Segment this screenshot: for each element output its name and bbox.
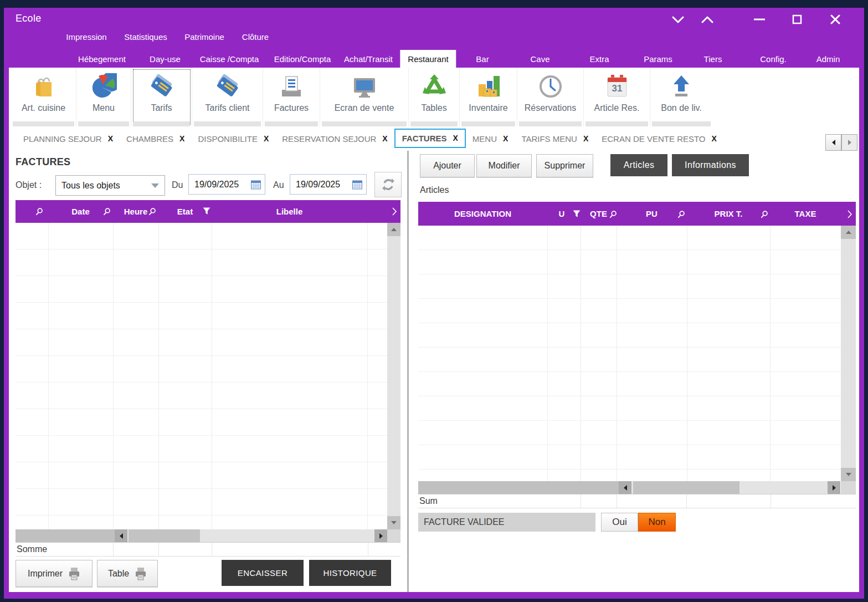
column-header-prix-t[interactable]: PRIX T.: [687, 202, 770, 226]
scroll-up-button[interactable]: [387, 223, 400, 236]
scroll-right-button[interactable]: [374, 529, 387, 542]
toolbar-menu-button[interactable]: Menu: [76, 68, 131, 126]
ribbon-tab-config[interactable]: Config.: [752, 50, 794, 68]
informations-tab-button[interactable]: Informations: [672, 154, 749, 176]
scrollbar-fixed-block[interactable]: [16, 529, 115, 542]
encaisser-button[interactable]: ENCAISSER: [222, 560, 304, 586]
close-button[interactable]: [826, 12, 845, 27]
column-header-designation[interactable]: DESIGNATION: [418, 202, 547, 226]
toolbar-bon-de-liv-button[interactable]: Bon de liv.: [650, 68, 712, 126]
horizontal-scrollbar[interactable]: [418, 481, 856, 494]
toolbar-tarifs-client-button[interactable]: Tarifs client: [192, 68, 263, 126]
doc-tab-ecran-de-vente-resto[interactable]: ECRAN DE VENTE RESTO X: [595, 130, 723, 147]
toolbar-article-res-button[interactable]: 31 Article Res.: [584, 68, 650, 126]
scroll-left-button[interactable]: [619, 481, 631, 494]
ribbon-tab-hebegement[interactable]: Hébegement: [70, 50, 133, 68]
table-button[interactable]: Table: [97, 560, 158, 587]
doc-tab-tarifs-menu[interactable]: TARIFS MENU X: [515, 130, 595, 147]
date-du-input[interactable]: 19/09/2025: [188, 174, 265, 195]
non-button[interactable]: Non: [638, 513, 676, 532]
vertical-scrollbar[interactable]: [387, 223, 400, 529]
scroll-up-button[interactable]: [841, 226, 856, 239]
ribbon-tab-caisse-compta[interactable]: Caisse /Compta: [192, 50, 267, 68]
close-icon[interactable]: X: [712, 134, 717, 143]
doc-tab-reservation-sejour[interactable]: RESERVATION SEJOUR X: [275, 130, 394, 147]
search-icon[interactable]: [148, 207, 157, 218]
menu-cloture[interactable]: Clôture: [242, 32, 269, 42]
calendar-icon[interactable]: [352, 179, 363, 190]
scroll-left-button[interactable]: [115, 529, 127, 542]
articles-grid-header[interactable]: DESIGNATION U QTE PU PRIX T. TAXE: [418, 202, 856, 226]
chevron-up-icon[interactable]: [698, 12, 717, 27]
column-header-pu[interactable]: PU: [617, 202, 687, 226]
doc-tab-factures[interactable]: FACTURES X: [394, 129, 466, 148]
minimize-button[interactable]: [750, 12, 769, 27]
ribbon-tab-edition-compta[interactable]: Edition/Compta: [266, 50, 339, 68]
ribbon-tab-extra[interactable]: Extra: [582, 50, 617, 68]
ajouter-button[interactable]: Ajouter: [420, 154, 475, 177]
objet-select[interactable]: Tous les objets: [55, 175, 165, 196]
ribbon-tab-restaurant[interactable]: Restaurant: [400, 50, 456, 68]
search-icon[interactable]: [103, 207, 111, 218]
toolbar-reservations-button[interactable]: Réservations: [517, 68, 584, 126]
close-icon[interactable]: X: [179, 134, 184, 143]
toolbar-art-cuisine-button[interactable]: Art. cuisine: [11, 68, 76, 126]
ribbon-tab-params[interactable]: Params: [636, 50, 680, 68]
column-header-libelle[interactable]: Libelle: [212, 200, 367, 223]
imprimer-button[interactable]: Imprimer: [16, 560, 93, 587]
articles-tab-button[interactable]: Articles: [610, 154, 667, 176]
menu-statistiques[interactable]: Statistiques: [124, 32, 167, 42]
search-icon[interactable]: [35, 207, 44, 218]
close-icon[interactable]: X: [264, 134, 269, 143]
scroll-down-button[interactable]: [387, 516, 400, 529]
toolbar-tarifs-button[interactable]: Tarifs: [131, 68, 192, 126]
factures-grid-header[interactable]: Date Heure Etat Libelle: [16, 200, 400, 223]
filter-icon[interactable]: [203, 207, 210, 217]
tab-scroll-left-button[interactable]: [825, 134, 841, 151]
factures-grid-body[interactable]: [16, 223, 387, 529]
toolbar-ecran-de-vente-button[interactable]: Ecran de vente: [320, 68, 409, 126]
horizontal-scrollbar[interactable]: [16, 529, 400, 542]
close-icon[interactable]: X: [382, 134, 387, 143]
ribbon-tab-bar[interactable]: Bar: [468, 50, 496, 68]
close-icon[interactable]: X: [108, 134, 113, 143]
search-icon[interactable]: [677, 210, 686, 221]
ribbon-tab-cave[interactable]: Cave: [522, 50, 557, 68]
historique-button[interactable]: HISTORIQUE: [309, 560, 391, 586]
menu-patrimoine[interactable]: Patrimoine: [184, 32, 224, 42]
tab-scroll-right-button[interactable]: [841, 134, 857, 151]
column-header-u[interactable]: U: [547, 202, 576, 226]
scroll-down-button[interactable]: [841, 468, 856, 481]
ribbon-tab-day-use[interactable]: Day-use: [142, 50, 188, 68]
doc-tab-menu[interactable]: MENU X: [466, 130, 515, 147]
scrollbar-thumb[interactable]: [633, 481, 739, 494]
ribbon-tab-tiers[interactable]: Tiers: [696, 50, 730, 68]
chevron-right-icon[interactable]: [847, 210, 852, 221]
scroll-right-button[interactable]: [828, 481, 840, 494]
calendar-icon[interactable]: [250, 179, 261, 190]
date-au-input[interactable]: 19/09/2025: [290, 174, 367, 195]
search-icon[interactable]: [761, 210, 769, 221]
doc-tab-disponibilite[interactable]: DISPONIBILITE X: [191, 130, 275, 147]
column-header-taxe[interactable]: TAXE: [770, 202, 841, 226]
scrollbar-fixed-block[interactable]: [418, 481, 619, 494]
chevron-right-icon[interactable]: [392, 207, 397, 218]
ribbon-tab-achat-transit[interactable]: Achat/Transit: [336, 50, 400, 68]
modifier-button[interactable]: Modifier: [476, 154, 532, 177]
doc-tab-planning-sejour[interactable]: PLANNING SEJOUR X: [17, 130, 120, 147]
toolbar-inventaire-button[interactable]: Inventaire: [460, 68, 517, 126]
supprimer-button[interactable]: Supprimer: [536, 154, 593, 177]
scrollbar-thumb[interactable]: [129, 529, 200, 542]
close-icon[interactable]: X: [503, 134, 508, 143]
oui-button[interactable]: Oui: [601, 513, 638, 532]
vertical-scrollbar[interactable]: [841, 226, 856, 481]
doc-tab-chambres[interactable]: CHAMBRES X: [120, 130, 191, 147]
close-icon[interactable]: X: [583, 134, 588, 143]
menu-impression[interactable]: Impression: [66, 32, 106, 42]
filter-icon[interactable]: [573, 210, 581, 220]
toolbar-tables-button[interactable]: Tables: [409, 68, 460, 126]
articles-grid-body[interactable]: [418, 226, 841, 481]
chevron-down-icon[interactable]: [669, 12, 687, 27]
close-icon[interactable]: X: [453, 134, 458, 142]
ribbon-tab-admin[interactable]: Admin: [809, 50, 848, 68]
